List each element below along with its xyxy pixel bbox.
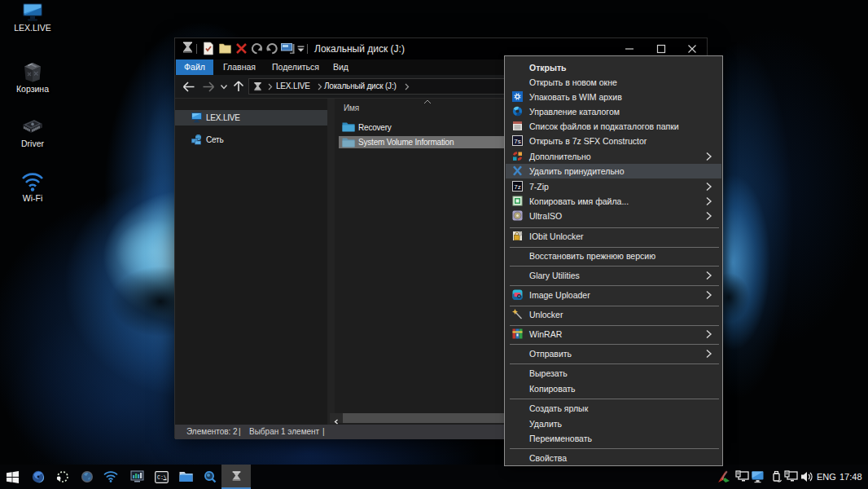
svg-text:7z: 7z [514, 183, 520, 190]
svg-text:7s: 7s [514, 138, 520, 145]
